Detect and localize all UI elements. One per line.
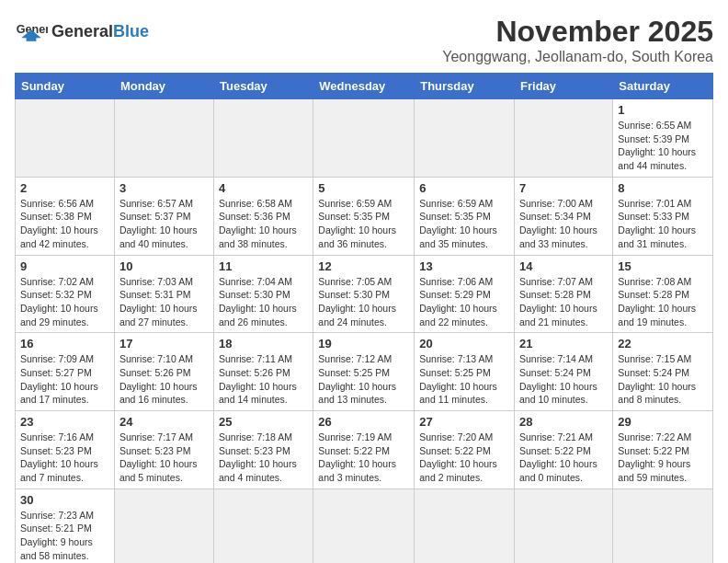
calendar-cell-w1-d1 — [16, 99, 115, 178]
day-info: Sunrise: 7:10 AMSunset: 5:26 PMDaylight:… — [119, 352, 209, 407]
day-info: Sunrise: 7:15 AMSunset: 5:24 PMDaylight:… — [618, 352, 708, 407]
day-info: Sunrise: 6:56 AMSunset: 5:38 PMDaylight:… — [20, 197, 109, 251]
day-number: 4 — [219, 181, 308, 195]
calendar-cell-w1-d5 — [415, 99, 515, 178]
day-number: 18 — [219, 337, 308, 350]
day-number: 29 — [618, 415, 708, 429]
day-info: Sunrise: 7:14 AMSunset: 5:24 PMDaylight:… — [519, 352, 608, 407]
calendar-cell-w4-d5: 20Sunrise: 7:13 AMSunset: 5:25 PMDayligh… — [415, 333, 515, 411]
day-info: Sunrise: 7:19 AMSunset: 5:22 PMDaylight:… — [318, 431, 409, 485]
day-number: 17 — [119, 337, 209, 350]
week-row-2: 2Sunrise: 6:56 AMSunset: 5:38 PMDaylight… — [16, 177, 713, 255]
logo-text: GeneralBlue — [51, 23, 149, 40]
week-row-5: 23Sunrise: 7:16 AMSunset: 5:23 PMDayligh… — [16, 411, 713, 489]
day-info: Sunrise: 7:04 AMSunset: 5:30 PMDaylight:… — [219, 275, 308, 329]
calendar-cell-w1-d7: 1Sunrise: 6:55 AMSunset: 5:39 PMDaylight… — [613, 99, 713, 178]
day-number: 5 — [318, 181, 409, 195]
header-monday: Monday — [114, 74, 213, 99]
header-thursday: Thursday — [415, 74, 515, 99]
day-info: Sunrise: 7:22 AMSunset: 5:22 PMDaylight:… — [618, 431, 708, 485]
page-header: General GeneralBlue November 2025 Yeongg… — [15, 15, 713, 65]
calendar-table: Sunday Monday Tuesday Wednesday Thursday… — [15, 73, 713, 563]
calendar-cell-w2-d2: 3Sunrise: 6:57 AMSunset: 5:37 PMDaylight… — [114, 177, 213, 255]
header-saturday: Saturday — [613, 74, 713, 99]
calendar-cell-w6-d5 — [415, 488, 515, 563]
calendar-cell-w3-d7: 15Sunrise: 7:08 AMSunset: 5:28 PMDayligh… — [613, 255, 713, 333]
day-number: 26 — [318, 415, 409, 429]
calendar-cell-w1-d6 — [515, 99, 613, 178]
day-info: Sunrise: 7:01 AMSunset: 5:33 PMDaylight:… — [618, 197, 708, 251]
day-number: 15 — [618, 259, 708, 273]
day-info: Sunrise: 7:02 AMSunset: 5:32 PMDaylight:… — [20, 275, 109, 329]
calendar-cell-w2-d3: 4Sunrise: 6:58 AMSunset: 5:36 PMDaylight… — [214, 177, 313, 255]
logo: General GeneralBlue — [15, 15, 149, 48]
calendar-cell-w1-d2 — [114, 99, 213, 178]
calendar-cell-w2-d6: 7Sunrise: 7:00 AMSunset: 5:34 PMDaylight… — [515, 177, 613, 255]
day-info: Sunrise: 7:05 AMSunset: 5:30 PMDaylight:… — [318, 275, 409, 329]
calendar-cell-w5-d5: 27Sunrise: 7:20 AMSunset: 5:22 PMDayligh… — [415, 411, 515, 489]
day-number: 27 — [419, 415, 509, 429]
week-row-6: 30Sunrise: 7:23 AMSunset: 5:21 PMDayligh… — [16, 488, 713, 563]
title-area: November 2025 Yeonggwang, Jeollanam-do, … — [442, 15, 713, 65]
calendar-cell-w5-d1: 23Sunrise: 7:16 AMSunset: 5:23 PMDayligh… — [16, 411, 115, 489]
day-info: Sunrise: 7:03 AMSunset: 5:31 PMDaylight:… — [119, 275, 209, 329]
day-number: 3 — [119, 181, 209, 195]
day-number: 6 — [419, 181, 509, 195]
day-info: Sunrise: 6:55 AMSunset: 5:39 PMDaylight:… — [618, 119, 708, 173]
svg-rect-2 — [27, 36, 37, 40]
day-number: 13 — [419, 259, 509, 273]
day-number: 20 — [419, 337, 509, 350]
day-number: 12 — [318, 259, 409, 273]
calendar-cell-w5-d3: 25Sunrise: 7:18 AMSunset: 5:23 PMDayligh… — [214, 411, 313, 489]
calendar-cell-w5-d6: 28Sunrise: 7:21 AMSunset: 5:22 PMDayligh… — [515, 411, 613, 489]
day-info: Sunrise: 7:20 AMSunset: 5:22 PMDaylight:… — [419, 431, 509, 485]
calendar-cell-w3-d6: 14Sunrise: 7:07 AMSunset: 5:28 PMDayligh… — [515, 255, 613, 333]
calendar-cell-w5-d7: 29Sunrise: 7:22 AMSunset: 5:22 PMDayligh… — [613, 411, 713, 489]
calendar-cell-w3-d5: 13Sunrise: 7:06 AMSunset: 5:29 PMDayligh… — [415, 255, 515, 333]
calendar-cell-w1-d4 — [313, 99, 415, 178]
calendar-cell-w1-d3 — [214, 99, 313, 178]
day-info: Sunrise: 7:23 AMSunset: 5:21 PMDaylight:… — [20, 509, 109, 563]
day-number: 16 — [20, 337, 109, 350]
day-number: 14 — [519, 259, 608, 273]
week-row-4: 16Sunrise: 7:09 AMSunset: 5:27 PMDayligh… — [16, 333, 713, 411]
day-info: Sunrise: 6:59 AMSunset: 5:35 PMDaylight:… — [419, 197, 509, 251]
day-info: Sunrise: 7:11 AMSunset: 5:26 PMDaylight:… — [219, 352, 308, 407]
header-tuesday: Tuesday — [214, 74, 313, 99]
calendar-cell-w4-d3: 18Sunrise: 7:11 AMSunset: 5:26 PMDayligh… — [214, 333, 313, 411]
calendar-cell-w3-d2: 10Sunrise: 7:03 AMSunset: 5:31 PMDayligh… — [114, 255, 213, 333]
weekday-header-row: Sunday Monday Tuesday Wednesday Thursday… — [16, 74, 713, 99]
calendar-cell-w4-d1: 16Sunrise: 7:09 AMSunset: 5:27 PMDayligh… — [16, 333, 115, 411]
day-number: 7 — [519, 181, 608, 195]
calendar-cell-w2-d1: 2Sunrise: 6:56 AMSunset: 5:38 PMDaylight… — [16, 177, 115, 255]
logo-icon: General — [15, 15, 48, 48]
day-info: Sunrise: 7:21 AMSunset: 5:22 PMDaylight:… — [519, 431, 608, 485]
week-row-1: 1Sunrise: 6:55 AMSunset: 5:39 PMDaylight… — [16, 99, 713, 178]
week-row-3: 9Sunrise: 7:02 AMSunset: 5:32 PMDaylight… — [16, 255, 713, 333]
day-number: 23 — [20, 415, 109, 429]
day-number: 24 — [119, 415, 209, 429]
day-number: 9 — [20, 259, 109, 273]
day-info: Sunrise: 7:13 AMSunset: 5:25 PMDaylight:… — [419, 352, 509, 407]
header-wednesday: Wednesday — [313, 74, 415, 99]
calendar-cell-w5-d2: 24Sunrise: 7:17 AMSunset: 5:23 PMDayligh… — [114, 411, 213, 489]
calendar-cell-w2-d4: 5Sunrise: 6:59 AMSunset: 5:35 PMDaylight… — [313, 177, 415, 255]
calendar-cell-w4-d6: 21Sunrise: 7:14 AMSunset: 5:24 PMDayligh… — [515, 333, 613, 411]
day-number: 25 — [219, 415, 308, 429]
day-info: Sunrise: 7:07 AMSunset: 5:28 PMDaylight:… — [519, 275, 608, 329]
calendar-cell-w4-d4: 19Sunrise: 7:12 AMSunset: 5:25 PMDayligh… — [313, 333, 415, 411]
calendar-cell-w6-d2 — [114, 488, 213, 563]
calendar-cell-w2-d7: 8Sunrise: 7:01 AMSunset: 5:33 PMDaylight… — [613, 177, 713, 255]
calendar-cell-w6-d3 — [214, 488, 313, 563]
calendar-cell-w3-d3: 11Sunrise: 7:04 AMSunset: 5:30 PMDayligh… — [214, 255, 313, 333]
calendar-cell-w4-d2: 17Sunrise: 7:10 AMSunset: 5:26 PMDayligh… — [114, 333, 213, 411]
day-info: Sunrise: 7:12 AMSunset: 5:25 PMDaylight:… — [318, 352, 409, 407]
calendar-cell-w5-d4: 26Sunrise: 7:19 AMSunset: 5:22 PMDayligh… — [313, 411, 415, 489]
day-info: Sunrise: 7:18 AMSunset: 5:23 PMDaylight:… — [219, 431, 308, 485]
day-info: Sunrise: 7:17 AMSunset: 5:23 PMDaylight:… — [119, 431, 209, 485]
day-info: Sunrise: 6:57 AMSunset: 5:37 PMDaylight:… — [119, 197, 209, 251]
day-number: 11 — [219, 259, 308, 273]
calendar-cell-w3-d1: 9Sunrise: 7:02 AMSunset: 5:32 PMDaylight… — [16, 255, 115, 333]
header-sunday: Sunday — [16, 74, 115, 99]
day-number: 30 — [20, 493, 109, 507]
